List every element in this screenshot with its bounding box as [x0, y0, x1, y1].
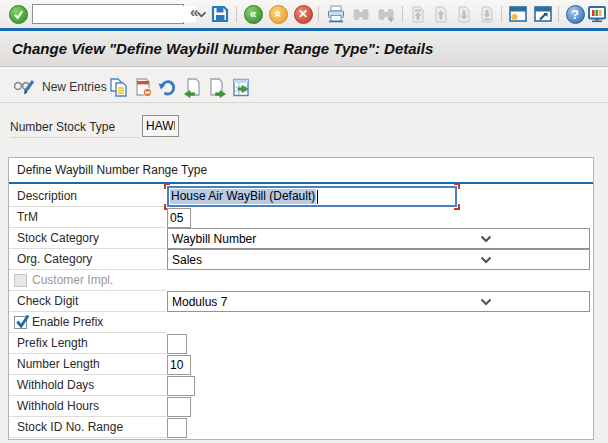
- form-row-stock-id-no-range: Stock ID No. Range: [9, 417, 593, 438]
- check-digit-dropdown[interactable]: Modulus 7: [167, 291, 590, 312]
- back-button[interactable]: «: [243, 4, 263, 24]
- find-binoculars-icon: [351, 4, 371, 24]
- previous-entry-button[interactable]: [182, 76, 203, 98]
- customize-layout-button[interactable]: [587, 4, 607, 24]
- withhold-days-label: Withhold Days: [9, 375, 166, 396]
- text-cursor: [317, 190, 319, 204]
- glasses-pencil-icon: [12, 77, 36, 97]
- check-digit-label: Check Digit: [9, 291, 166, 312]
- new-entries-button[interactable]: New Entries: [42, 76, 107, 98]
- chevron-down-icon: [379, 256, 590, 264]
- shortcut-window-icon: [533, 4, 553, 24]
- customer-impl-label: Customer Impl.: [32, 270, 113, 290]
- new-session-button[interactable]: [508, 4, 528, 24]
- save-button[interactable]: [210, 4, 230, 24]
- focus-corner-icon: [164, 183, 170, 189]
- check-digit-value: Modulus 7: [168, 295, 379, 309]
- form-row-check-digit: Check Digit Modulus 7: [9, 291, 593, 312]
- org-category-label: Org. Category: [9, 249, 166, 270]
- groupbox-define-waybill-number-range-type: Define Waybill Number Range Type Descrip…: [8, 157, 594, 440]
- number-length-label: Number Length: [9, 354, 166, 375]
- org-category-value: Sales: [168, 253, 379, 267]
- create-shortcut-button[interactable]: [533, 4, 553, 24]
- next-page-icon: [454, 4, 474, 24]
- system-toolbar: « « « ✕: [0, 0, 608, 28]
- previous-entry-icon: [182, 77, 203, 98]
- number-stock-type-label: Number Stock Type: [10, 116, 140, 138]
- previous-page-button: [431, 4, 451, 24]
- exit-icon: «: [269, 5, 288, 24]
- enter-check-icon: [9, 5, 28, 24]
- save-floppy-icon: [210, 4, 230, 24]
- last-page-icon: [477, 4, 497, 24]
- form-row-trm: TrM: [9, 207, 593, 228]
- sap-gui-window: « « « ✕: [0, 0, 608, 443]
- form-row-number-length: Number Length: [9, 354, 593, 375]
- page-title: Change View "Define Waybill Number Range…: [0, 40, 433, 57]
- stock-id-no-range-label: Stock ID No. Range: [9, 417, 166, 438]
- new-session-window-icon: [508, 4, 528, 24]
- main-content: Number Stock Type Define Waybill Number …: [0, 104, 608, 443]
- chevron-down-icon: [379, 298, 590, 306]
- enable-prefix-checkbox[interactable]: [14, 316, 27, 329]
- delete-button[interactable]: [133, 76, 154, 98]
- org-category-dropdown[interactable]: Sales: [167, 249, 590, 270]
- other-entry-button[interactable]: [231, 76, 252, 98]
- prefix-length-field[interactable]: [167, 334, 187, 354]
- chevron-down-icon: [379, 235, 590, 243]
- stock-id-no-range-field[interactable]: [167, 418, 187, 438]
- cancel-button[interactable]: ✕: [293, 4, 313, 24]
- undo-button[interactable]: [157, 76, 178, 98]
- form-row-withhold-hours: Withhold Hours: [9, 396, 593, 417]
- form-row-prefix-length: Prefix Length: [9, 333, 593, 354]
- find-next-binoculars-icon: [376, 4, 396, 24]
- stock-category-value: Waybill Number: [168, 232, 379, 246]
- first-page-button: [408, 4, 428, 24]
- command-field[interactable]: [33, 6, 196, 22]
- command-field-box: [32, 4, 184, 24]
- collapse-toolbar-icon[interactable]: «: [190, 3, 198, 20]
- copy-documents-icon: [108, 77, 129, 98]
- enter-button[interactable]: [8, 4, 28, 24]
- description-field[interactable]: House Air WayBill (Default): [167, 186, 457, 207]
- groupbox-title-rule: [9, 182, 593, 184]
- number-stock-type-field[interactable]: [142, 115, 179, 137]
- trm-field[interactable]: [167, 208, 191, 228]
- form-row-org-category: Org. Category Sales: [9, 249, 593, 270]
- next-entry-icon: [207, 77, 228, 98]
- back-icon: «: [244, 5, 263, 24]
- form-row-withhold-days: Withhold Days: [9, 375, 593, 396]
- description-selected-text: House Air WayBill (Default): [170, 189, 316, 204]
- stock-category-dropdown[interactable]: Waybill Number: [167, 228, 590, 249]
- customer-impl-checkbox: [14, 274, 27, 287]
- first-page-icon: [408, 4, 428, 24]
- monitor-icon: [587, 4, 607, 24]
- copy-as-button[interactable]: [108, 76, 129, 98]
- trm-label: TrM: [9, 207, 166, 228]
- number-length-field[interactable]: [167, 355, 191, 375]
- find-button: [351, 4, 371, 24]
- description-label: Description: [9, 186, 166, 207]
- cancel-x-icon: ✕: [294, 5, 313, 24]
- help-button[interactable]: ?: [565, 4, 585, 24]
- prefix-length-label: Prefix Length: [9, 333, 166, 354]
- exit-button[interactable]: «: [268, 4, 288, 24]
- title-bar: Change View "Define Waybill Number Range…: [0, 31, 608, 67]
- next-page-button: [454, 4, 474, 24]
- withhold-hours-field[interactable]: [167, 397, 191, 417]
- display-change-button[interactable]: [12, 76, 36, 98]
- find-next-button: [376, 4, 396, 24]
- form-row-customer-impl: Customer Impl.: [9, 270, 593, 291]
- form-row-description: Description House Air WayBill (Default): [9, 186, 593, 207]
- next-entry-button[interactable]: [207, 76, 228, 98]
- table-arrow-icon: [231, 77, 252, 98]
- previous-page-icon: [431, 4, 451, 24]
- application-toolbar: New Entries: [0, 68, 608, 103]
- stock-category-label: Stock Category: [9, 228, 166, 249]
- enable-prefix-label: Enable Prefix: [32, 312, 103, 332]
- withhold-days-field[interactable]: [167, 376, 195, 396]
- help-question-icon: ?: [566, 5, 585, 24]
- printer-icon: [326, 4, 346, 24]
- focus-corner-icon: [454, 183, 460, 189]
- print-button[interactable]: [326, 4, 346, 24]
